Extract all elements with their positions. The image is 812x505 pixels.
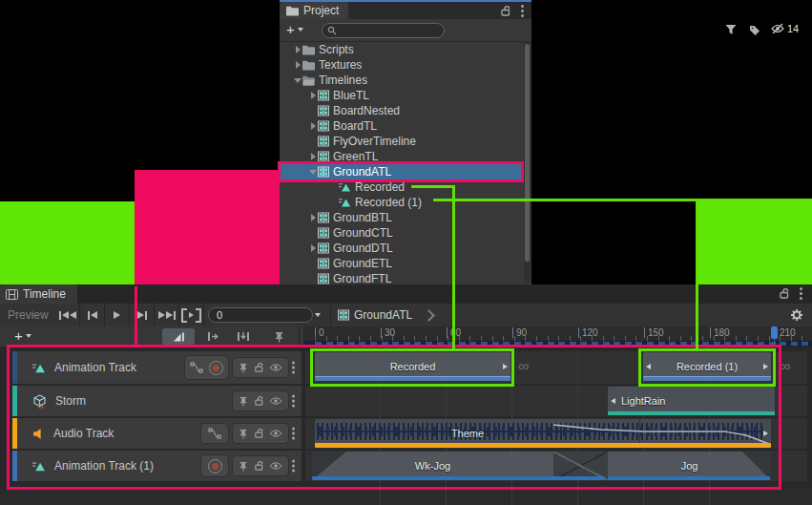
filter-by-label-button[interactable] xyxy=(748,25,760,36)
mix-mode-button[interactable] xyxy=(162,328,195,345)
foldout-collapsed-icon[interactable] xyxy=(311,122,316,130)
eye-icon[interactable] xyxy=(269,363,282,372)
track-menu-icon[interactable] xyxy=(292,362,295,374)
eye-icon[interactable] xyxy=(269,461,282,471)
pin-icon[interactable] xyxy=(239,363,248,373)
search-input[interactable] xyxy=(322,23,445,38)
tree-item-bluetl[interactable]: BlueTL xyxy=(280,88,524,103)
play-button[interactable] xyxy=(105,304,130,326)
clip-edge-right-icon[interactable] xyxy=(503,364,508,369)
timeline-asset-icon xyxy=(318,90,329,101)
ripple-mode-button[interactable] xyxy=(200,328,226,345)
clip-theme-audio[interactable]: Theme xyxy=(315,419,771,448)
replace-mode-button[interactable] xyxy=(230,328,257,345)
go-to-end-button[interactable] xyxy=(155,304,179,326)
foldout-collapsed-icon[interactable] xyxy=(311,92,316,99)
record-button[interactable] xyxy=(208,459,222,473)
next-frame-button[interactable] xyxy=(130,304,155,326)
tree-item-label: GroundBTL xyxy=(333,211,392,224)
timeline-asset-icon xyxy=(318,151,329,162)
track-menu-icon[interactable] xyxy=(292,460,295,473)
foldout-collapsed-icon[interactable] xyxy=(296,46,301,53)
timeline-settings-button[interactable] xyxy=(790,308,803,322)
clip-edge-right-icon[interactable] xyxy=(763,364,768,369)
project-tree: Scripts Textures Timelines BlueTL BoardN… xyxy=(280,42,524,286)
pin-icon[interactable] xyxy=(239,461,248,472)
bracket-icon xyxy=(181,308,187,323)
add-track-button[interactable]: + xyxy=(14,330,31,342)
tree-item-greentl[interactable]: GreenTL xyxy=(280,149,524,164)
foldout-collapsed-icon[interactable] xyxy=(311,214,316,221)
tree-item-timelines[interactable]: Timelines xyxy=(280,73,524,88)
foldout-collapsed-icon[interactable] xyxy=(311,153,316,160)
frame-dropdown-icon[interactable] xyxy=(315,313,321,317)
track-header-animation-1[interactable]: Animation Track (1) xyxy=(12,451,302,481)
clip-edge-left-icon[interactable] xyxy=(646,364,651,369)
clip-curves-icon[interactable] xyxy=(190,362,203,373)
panel-menu-icon[interactable] xyxy=(521,5,524,17)
tree-item-groundatl-selected[interactable]: GroundATL xyxy=(280,164,524,179)
previous-frame-button[interactable] xyxy=(80,304,105,326)
project-scrollbar[interactable] xyxy=(524,42,531,283)
foldout-collapsed-icon[interactable] xyxy=(296,61,301,69)
unlock-icon[interactable] xyxy=(254,362,264,373)
track-header-audio[interactable]: Audio Track xyxy=(12,418,302,449)
track-menu-icon[interactable] xyxy=(292,428,295,440)
tree-item-grounddtl[interactable]: GroundDTL xyxy=(280,241,524,256)
tree-item-flyovertimeline[interactable]: FlyOverTimeline xyxy=(280,134,524,149)
tab-project[interactable]: Project xyxy=(280,2,348,19)
tree-item-recorded[interactable]: Recorded xyxy=(280,179,524,195)
go-to-start-button[interactable] xyxy=(55,304,80,326)
tree-item-groundctl[interactable]: GroundCTL xyxy=(280,225,524,241)
foldout-expanded-icon[interactable] xyxy=(309,170,317,175)
clip-lightrain[interactable]: LightRain xyxy=(608,387,775,415)
play-range-button[interactable] xyxy=(179,304,204,326)
markers-toggle-button[interactable] xyxy=(268,328,289,345)
create-asset-button[interactable]: + xyxy=(286,24,303,35)
tree-item-scripts[interactable]: Scripts xyxy=(280,42,524,57)
unlock-icon[interactable] xyxy=(254,460,264,472)
clip-edge-right-icon[interactable] xyxy=(763,431,768,436)
tree-item-recorded-1[interactable]: Recorded (1) xyxy=(280,195,524,210)
timeline-ruler[interactable]: 0 30 60 90 120 150 180 210 xyxy=(303,326,812,347)
hidden-items-toggle[interactable]: 14 xyxy=(770,23,799,34)
eye-icon[interactable] xyxy=(269,429,282,438)
tree-item-boardtl[interactable]: BoardTL xyxy=(280,118,524,134)
tab-timeline[interactable]: Timeline xyxy=(0,284,77,304)
clip-curves-icon[interactable] xyxy=(208,428,221,439)
timeline-breadcrumb[interactable]: GroundATL xyxy=(338,304,433,326)
tree-item-textures[interactable]: Textures xyxy=(280,57,524,73)
foldout-expanded-icon[interactable] xyxy=(294,78,302,83)
project-toolbar: + 14 xyxy=(280,19,531,42)
unlock-icon[interactable] xyxy=(254,395,264,407)
filter-by-type-button[interactable] xyxy=(724,24,738,36)
pin-icon[interactable] xyxy=(239,396,248,407)
clip-edge-left-icon[interactable] xyxy=(611,398,615,404)
tree-item-groundetl[interactable]: GroundETL xyxy=(280,256,524,271)
tree-item-boardnested[interactable]: BoardNested xyxy=(280,103,524,118)
clip-label: Recorded xyxy=(390,361,436,372)
clip-label: Jog xyxy=(681,460,698,472)
track-header-storm[interactable]: {} Storm xyxy=(12,386,302,416)
tree-item-groundbtl[interactable]: GroundBTL xyxy=(280,210,524,225)
pin-icon[interactable] xyxy=(239,429,248,439)
track-header-animation[interactable]: Animation Track xyxy=(12,351,302,384)
foldout-collapsed-icon[interactable] xyxy=(311,244,316,252)
folder-icon xyxy=(286,6,299,16)
unlock-icon[interactable] xyxy=(779,287,790,300)
eye-icon[interactable] xyxy=(269,396,282,406)
clip-recorded[interactable]: Recorded xyxy=(315,352,510,381)
panel-menu-icon[interactable] xyxy=(800,287,802,300)
current-frame-field[interactable]: 0 xyxy=(208,307,313,323)
unlock-icon[interactable] xyxy=(254,428,264,439)
preview-toggle[interactable]: Preview xyxy=(8,304,49,326)
track-menu-icon[interactable] xyxy=(292,395,295,408)
unlock-icon[interactable] xyxy=(500,5,511,17)
tree-item-label: FlyOverTimeline xyxy=(333,135,416,148)
scrollbar-thumb[interactable] xyxy=(525,44,530,262)
clip-recorded-1[interactable]: Recorded (1) xyxy=(643,352,771,381)
record-button[interactable] xyxy=(209,361,223,375)
ripple-mode-icon xyxy=(207,331,219,342)
track-toggles-group xyxy=(232,390,289,411)
timeline-asset-icon xyxy=(318,120,329,132)
